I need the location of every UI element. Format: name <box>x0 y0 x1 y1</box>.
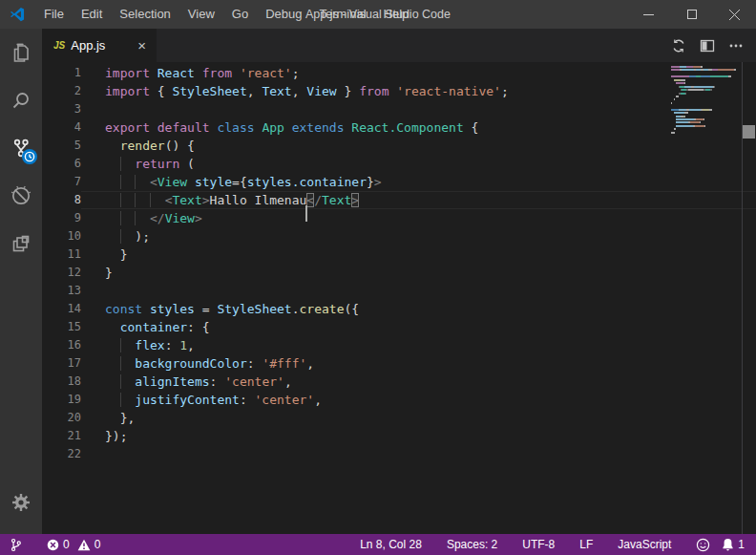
tab-close-icon[interactable]: × <box>135 37 149 53</box>
open-changes-icon[interactable] <box>666 33 691 58</box>
menu-go[interactable]: Go <box>223 0 257 29</box>
line-number: 9 <box>42 209 81 227</box>
code-line-11[interactable]: 11 } <box>42 245 756 264</box>
line-number: 11 <box>42 245 81 264</box>
menu-debug[interactable]: Debug <box>257 0 310 29</box>
code-line-16[interactable]: 16 flex: 1, <box>42 336 756 354</box>
maximize-button[interactable] <box>670 0 713 29</box>
tab-bar: JS App.js × <box>42 29 756 62</box>
minimap[interactable] <box>671 66 742 139</box>
language-mode[interactable]: JavaScript <box>612 534 677 555</box>
line-number: 13 <box>42 282 81 300</box>
menu-file[interactable]: File <box>35 0 73 29</box>
code-line-14[interactable]: 14const styles = StyleSheet.create({ <box>42 300 756 318</box>
line-number: 17 <box>42 354 81 373</box>
code-line-13[interactable]: 13 <box>42 282 756 300</box>
extensions-icon[interactable] <box>0 220 42 267</box>
errors-icon <box>47 539 59 551</box>
menu-selection[interactable]: Selection <box>111 0 178 29</box>
code-line-10[interactable]: 10 ); <box>42 227 756 245</box>
tab-appjs[interactable]: JS App.js × <box>42 29 157 62</box>
bell-icon <box>722 538 734 551</box>
code-line-12[interactable]: 12} <box>42 264 756 282</box>
code-line-8[interactable]: 8 <Text>Hallo Ilmenau</Text> <box>42 191 756 209</box>
code-line-2[interactable]: 2import { StyleSheet, Text, View } from … <box>42 82 756 100</box>
line-number: 7 <box>42 173 81 191</box>
line-number: 21 <box>42 427 81 445</box>
code-line-19[interactable]: 19 justifyContent: 'center', <box>42 391 756 409</box>
explorer-icon[interactable] <box>0 29 42 76</box>
line-number: 15 <box>42 318 81 336</box>
vscode-logo-icon <box>9 6 26 23</box>
source-control-sync-badge <box>22 149 37 164</box>
line-number: 8 <box>42 191 81 209</box>
code-line-22[interactable]: 22 <box>42 445 756 463</box>
minimize-button[interactable] <box>627 0 670 29</box>
search-icon[interactable] <box>0 76 42 124</box>
close-button[interactable] <box>713 0 756 29</box>
menu-view[interactable]: View <box>179 0 223 29</box>
line-number: 2 <box>42 82 81 100</box>
line-number: 3 <box>42 100 81 118</box>
code-line-5[interactable]: 5 render() { <box>42 137 756 155</box>
source-control-icon[interactable] <box>0 124 42 172</box>
git-branch-icon[interactable] <box>4 534 28 555</box>
error-count: 0 <box>63 538 70 551</box>
code-line-20[interactable]: 20 }, <box>42 409 756 427</box>
code-editor[interactable]: 1import React from 'react';2import { Sty… <box>42 62 756 534</box>
notification-count: 1 <box>738 538 745 551</box>
cursor-position[interactable]: Ln 8, Col 28 <box>354 534 428 555</box>
notifications-bell[interactable]: 1 <box>716 534 750 555</box>
activity-bar <box>0 29 42 534</box>
javascript-file-icon: JS <box>53 40 65 51</box>
code-line-3[interactable]: 3 <box>42 100 756 118</box>
warning-count: 0 <box>94 538 101 551</box>
title-bar: File Edit Selection View Go Debug Termin… <box>0 0 756 29</box>
feedback-smiley-icon[interactable] <box>690 534 716 555</box>
line-number: 20 <box>42 409 81 427</box>
editor-scrollbar[interactable] <box>742 62 756 534</box>
indentation-setting[interactable]: Spaces: 2 <box>441 534 503 555</box>
line-number: 22 <box>42 445 81 463</box>
line-number: 5 <box>42 137 81 155</box>
settings-gear-icon[interactable] <box>0 479 42 526</box>
line-number: 6 <box>42 155 81 173</box>
code-line-1[interactable]: 1import React from 'react'; <box>42 64 756 82</box>
more-actions-icon[interactable] <box>724 33 748 58</box>
menu-edit[interactable]: Edit <box>73 0 111 29</box>
line-number: 19 <box>42 391 81 409</box>
split-editor-icon[interactable] <box>695 33 720 58</box>
code-line-4[interactable]: 4export default class App extends React.… <box>42 118 756 137</box>
menu-help[interactable]: Help <box>375 0 418 29</box>
overview-ruler-marker <box>743 125 755 139</box>
line-number: 14 <box>42 300 81 318</box>
line-number: 18 <box>42 373 81 391</box>
code-line-15[interactable]: 15 container: { <box>42 318 756 336</box>
line-number: 4 <box>42 118 81 137</box>
code-line-18[interactable]: 18 alignItems: 'center', <box>42 373 756 391</box>
code-line-21[interactable]: 21}); <box>42 427 756 445</box>
encoding-setting[interactable]: UTF-8 <box>516 534 560 555</box>
line-number: 1 <box>42 64 81 82</box>
code-lines: 1import React from 'react';2import { Sty… <box>42 64 756 463</box>
code-line-9[interactable]: 9 </View> <box>42 209 756 227</box>
code-line-7[interactable]: 7 <View style={styles.container}> <box>42 173 756 191</box>
code-line-17[interactable]: 17 backgroundColor: '#fff', <box>42 354 756 373</box>
problems-indicator[interactable]: 0 0 <box>41 534 106 555</box>
tab-label: App.js <box>71 38 105 53</box>
line-number: 10 <box>42 227 81 245</box>
menu-terminal[interactable]: Terminal <box>310 0 374 29</box>
debug-icon[interactable] <box>0 172 42 220</box>
eol-setting[interactable]: LF <box>574 534 598 555</box>
status-bar: 0 0 Ln 8, Col 28 Spaces: 2 UTF-8 LF Java… <box>0 534 756 555</box>
warnings-icon <box>77 539 91 551</box>
code-line-6[interactable]: 6 return ( <box>42 155 756 173</box>
line-number: 12 <box>42 264 81 282</box>
line-number: 16 <box>42 336 81 354</box>
